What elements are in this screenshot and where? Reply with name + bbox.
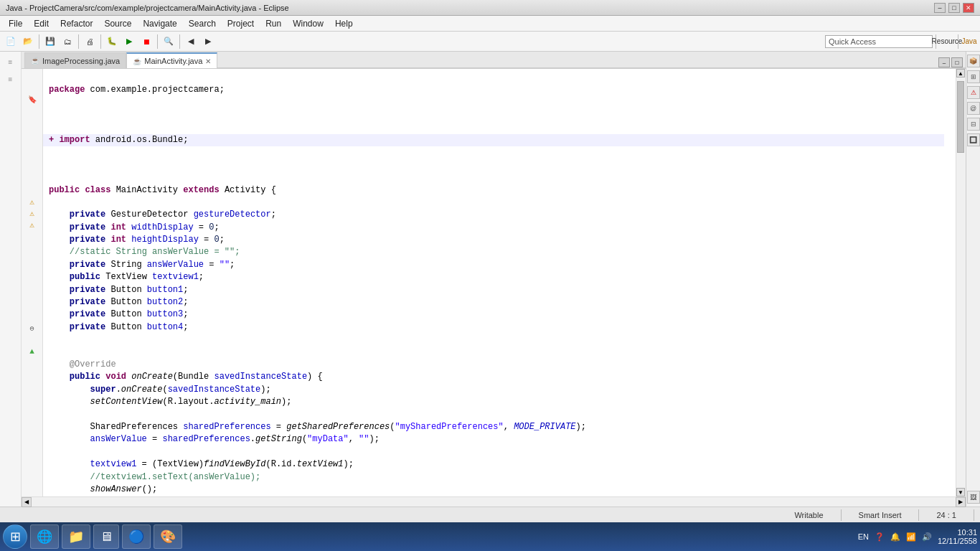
panel-icon-3[interactable]: ⚠ bbox=[967, 86, 980, 99]
warning-icon-1: ⚠ bbox=[29, 197, 34, 209]
fold-plus-icon[interactable]: ▲ bbox=[29, 347, 34, 358]
panel-icon-4[interactable]: @ bbox=[967, 102, 980, 115]
toolbar-sep5 bbox=[179, 34, 180, 49]
bookmark-icon: 🔖 bbox=[28, 95, 37, 106]
tab-mainactivity-label: MainActivity.java bbox=[144, 57, 202, 65]
toolbar-open[interactable]: 📂 bbox=[20, 34, 36, 50]
toolbar-debug[interactable]: 🐛 bbox=[104, 34, 120, 50]
clock-time: 10:31 bbox=[938, 528, 977, 537]
toolbar-save-all[interactable]: 🗂 bbox=[60, 34, 75, 50]
toolbar-sep4 bbox=[157, 34, 158, 49]
fold-minus-icon[interactable]: ⊖ bbox=[29, 324, 34, 335]
warning-icon-3: ⚠ bbox=[29, 220, 34, 232]
toolbar-save[interactable]: 💾 bbox=[42, 34, 58, 50]
warning-icon-2: ⚠ bbox=[29, 209, 34, 220]
quick-access-label: Quick Access bbox=[829, 37, 876, 46]
menu-project[interactable]: Project bbox=[222, 17, 260, 30]
toolbar-sep7 bbox=[958, 34, 958, 49]
tab-minimize[interactable]: – bbox=[938, 57, 950, 67]
toolbar-java[interactable]: Java bbox=[961, 34, 977, 50]
taskbar-explorer[interactable]: 📁 bbox=[62, 524, 90, 549]
panel-icon-7[interactable]: 🖼 bbox=[967, 491, 980, 504]
quick-access-input[interactable]: Quick Access bbox=[825, 35, 933, 48]
taskbar-lang: EN bbox=[858, 532, 869, 541]
toolbar-run[interactable]: ▶ bbox=[121, 34, 137, 50]
gutter-task1[interactable]: ≡ bbox=[4, 55, 18, 69]
menu-navigate[interactable]: Navigate bbox=[137, 17, 182, 30]
menu-search[interactable]: Search bbox=[183, 17, 222, 30]
breakpoint-gutter: 🔖 ⚠ ⚠ ⚠ ⊖ bbox=[22, 69, 43, 496]
scroll-right-arrow[interactable]: ▶ bbox=[956, 497, 966, 507]
status-bar: Writable Smart Insert 24 : 1 bbox=[0, 507, 980, 522]
title-bar-controls: – □ ✕ bbox=[934, 3, 974, 13]
menu-bar: File Edit Refactor Source Navigate Searc… bbox=[0, 16, 980, 32]
menu-help[interactable]: Help bbox=[329, 17, 359, 30]
window-title: Java - ProjectCamera/src/com/example/pro… bbox=[6, 4, 289, 12]
status-sep2 bbox=[918, 509, 919, 521]
panel-icon-6[interactable]: 🔲 bbox=[967, 133, 980, 146]
status-writable: Writable bbox=[788, 511, 829, 519]
toolbar-back[interactable]: ◀ bbox=[183, 34, 199, 50]
taskbar-right: EN ❓ 🔔 📶 🔊 10:31 12/11/2558 bbox=[858, 528, 977, 545]
menu-run[interactable]: Run bbox=[260, 17, 287, 30]
taskbar-browser[interactable]: 🌐 bbox=[30, 524, 59, 549]
gutter-task2[interactable]: ≡ bbox=[4, 72, 18, 86]
toolbar-stop[interactable]: ⏹ bbox=[138, 34, 154, 50]
panel-icon-5[interactable]: ⊟ bbox=[967, 118, 980, 131]
taskbar-cmd[interactable]: 🖥 bbox=[93, 524, 119, 549]
panel-icon-1[interactable]: 📦 bbox=[967, 55, 980, 67]
toolbar-sep2 bbox=[78, 34, 79, 49]
main-layout: ≡ ≡ ☕ ImageProcessing.java ☕ MainActivit… bbox=[0, 52, 980, 507]
menu-source[interactable]: Source bbox=[98, 17, 137, 30]
taskbar: ⊞ 🌐 📁 🖥 🔵 🎨 EN ❓ 🔔 📶 🔊 10:31 12/11/2558 bbox=[0, 522, 980, 551]
taskbar-help-icon[interactable]: ❓ bbox=[875, 532, 885, 542]
toolbar-resource[interactable]: Resource bbox=[939, 34, 955, 50]
clock-date: 12/11/2558 bbox=[938, 537, 977, 545]
taskbar-app1[interactable]: 🔵 bbox=[122, 524, 151, 549]
maximize-button[interactable]: □ bbox=[948, 3, 960, 13]
toolbar-print[interactable]: 🖨 bbox=[82, 34, 98, 50]
taskbar-volume-icon[interactable]: 🔊 bbox=[922, 532, 932, 542]
scroll-down-arrow[interactable]: ▼ bbox=[956, 488, 965, 496]
status-sep3 bbox=[974, 509, 974, 521]
toolbar-sep3 bbox=[100, 34, 101, 49]
left-gutter: ≡ ≡ bbox=[0, 52, 22, 507]
menu-file[interactable]: File bbox=[3, 17, 28, 30]
toolbar-new[interactable]: 📄 bbox=[3, 34, 19, 50]
close-button[interactable]: ✕ bbox=[963, 3, 974, 13]
menu-window[interactable]: Window bbox=[287, 17, 329, 30]
tab-mainactivity[interactable]: ☕ MainActivity.java ✕ bbox=[126, 52, 217, 68]
code-content[interactable]: package com.example.projectcamera; + imp… bbox=[43, 69, 956, 496]
tabs-bar: ☕ ImageProcessing.java ☕ MainActivity.ja… bbox=[22, 52, 966, 69]
editor-container: ☕ ImageProcessing.java ☕ MainActivity.ja… bbox=[22, 52, 966, 507]
scroll-left-arrow[interactable]: ◀ bbox=[22, 497, 32, 507]
status-position: 24 : 1 bbox=[930, 511, 962, 519]
title-bar: Java - ProjectCamera/src/com/example/pro… bbox=[0, 0, 980, 16]
tab-imageprocessing-label: ImageProcessing.java bbox=[42, 57, 120, 65]
tab-maximize[interactable]: □ bbox=[951, 57, 963, 67]
toolbar: 📄 📂 💾 🗂 🖨 🐛 ▶ ⏹ 🔍 ◀ ▶ Quick Access Resou… bbox=[0, 32, 980, 52]
status-insert-mode: Smart Insert bbox=[853, 511, 908, 519]
code-editor: 🔖 ⚠ ⚠ ⚠ ⊖ bbox=[22, 69, 966, 496]
taskbar-network-icon: 📶 bbox=[906, 532, 916, 542]
taskbar-app2[interactable]: 🎨 bbox=[154, 524, 182, 549]
panel-icon-2[interactable]: ⊞ bbox=[967, 70, 980, 83]
scroll-up-arrow[interactable]: ▲ bbox=[956, 69, 965, 77]
toolbar-search2[interactable]: 🔍 bbox=[161, 34, 176, 50]
toolbar-forward[interactable]: ▶ bbox=[200, 34, 216, 50]
status-sep1 bbox=[841, 509, 842, 521]
right-panel: 📦 ⊞ ⚠ @ ⊟ 🔲 🖼 bbox=[966, 52, 980, 507]
taskbar-notify-icon[interactable]: 🔔 bbox=[890, 532, 900, 542]
start-button[interactable]: ⊞ bbox=[3, 524, 27, 549]
tab-imageprocessing[interactable]: ☕ ImageProcessing.java bbox=[24, 52, 126, 68]
clock: 10:31 12/11/2558 bbox=[938, 528, 977, 545]
editor-scrollbar[interactable]: ▲ ▼ bbox=[956, 69, 966, 496]
minimize-button[interactable]: – bbox=[934, 3, 946, 13]
menu-refactor[interactable]: Refactor bbox=[55, 17, 98, 30]
horizontal-scrollbar[interactable]: ◀ ▶ bbox=[22, 496, 966, 507]
menu-edit[interactable]: Edit bbox=[28, 17, 55, 30]
toolbar-sep1 bbox=[39, 34, 39, 49]
tab-close-icon[interactable]: ✕ bbox=[205, 57, 211, 65]
scrollbar-thumb[interactable] bbox=[957, 81, 964, 153]
